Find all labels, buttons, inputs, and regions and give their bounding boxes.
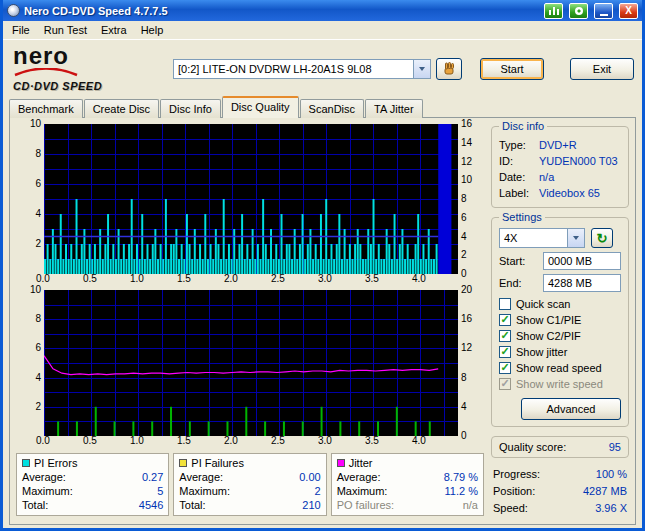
- axis-tick: 2.5: [271, 274, 285, 284]
- start-button[interactable]: Start: [480, 58, 544, 80]
- minimize-button[interactable]: [594, 3, 613, 19]
- check-icon: ✓: [500, 314, 509, 325]
- stat-label: Average:: [337, 470, 381, 484]
- axis-tick: 2.0: [224, 274, 238, 284]
- scan-end-block: [438, 124, 451, 274]
- axis-tick: 6: [35, 343, 41, 353]
- checkbox-show-read-speed[interactable]: ✓ Show read speed: [499, 360, 621, 376]
- progress-block: Progress:100 % Position:4287 MB Speed:3.…: [491, 466, 629, 517]
- axis-tick: 16: [461, 314, 472, 324]
- start-field-label: Start:: [499, 255, 525, 267]
- axis-tick: 8: [461, 373, 467, 383]
- check-icon: ✓: [500, 330, 509, 341]
- axis-tick: 8: [461, 194, 467, 204]
- tab-ta-jitter[interactable]: TA Jitter: [365, 99, 423, 118]
- checkbox-label: Show jitter: [516, 346, 567, 358]
- tab-disc-info[interactable]: Disc Info: [160, 99, 221, 118]
- checkbox-quick-scan[interactable]: Quick scan: [499, 296, 621, 312]
- axis-tick: 12: [461, 343, 472, 353]
- bottom-chart-plot: [44, 290, 458, 436]
- settings-title: Settings: [499, 211, 545, 223]
- disc-quality-panel: 108642 1614121086420 0.00.51.01.52.02.53…: [9, 117, 636, 525]
- axis-tick: 3.0: [318, 436, 332, 446]
- quality-score-panel: Quality score: 95: [491, 436, 629, 458]
- tab-benchmark[interactable]: Benchmark: [9, 99, 83, 118]
- axis-tick: 4: [35, 209, 41, 219]
- speed-select-value: 4X: [500, 229, 567, 247]
- pi-errors-panel: PI Errors Average:0.27 Maximum:5 Total:4…: [16, 453, 169, 516]
- pi-failures-swatch-icon: [179, 459, 187, 467]
- jitter-swatch-icon: [337, 459, 345, 467]
- exit-button[interactable]: Exit: [570, 58, 634, 80]
- drive-tool-button[interactable]: [436, 58, 462, 80]
- axis-tick: 2: [35, 239, 41, 249]
- bottom-chart: 108642 201612840: [16, 290, 484, 436]
- titlebar[interactable]: Nero CD-DVD Speed 4.7.7.5 X: [3, 0, 642, 21]
- stat-label: Average:: [22, 470, 66, 484]
- axis-tick: 4: [461, 232, 467, 242]
- stats-row: PI Errors Average:0.27 Maximum:5 Total:4…: [16, 453, 484, 516]
- checkbox-show-jitter[interactable]: ✓ Show jitter: [499, 344, 621, 360]
- end-field[interactable]: 4288 MB: [543, 274, 621, 292]
- axis-tick: 14: [461, 138, 472, 148]
- checkbox-icon: ✓: [499, 378, 511, 390]
- axis-tick: 2.0: [224, 436, 238, 446]
- bottom-chart-right-axis: 201612840: [458, 290, 482, 436]
- axis-tick: 0.5: [83, 274, 97, 284]
- axis-tick: 2.5: [271, 436, 285, 446]
- tab-disc-quality[interactable]: Disc Quality: [222, 96, 299, 118]
- checkbox-show-c1-pie[interactable]: ✓ Show C1/PIE: [499, 312, 621, 328]
- axis-tick: 4.0: [412, 436, 426, 446]
- product-wordmark: CD·DVD SPEED: [13, 80, 161, 92]
- menu-run-test[interactable]: Run Test: [37, 22, 94, 38]
- progress-label: Progress:: [493, 466, 540, 483]
- minimize-icon: [600, 14, 608, 16]
- tab-scandisc[interactable]: ScanDisc: [300, 99, 364, 118]
- stat-value: 4546: [139, 498, 163, 512]
- checkbox-icon: ✓: [499, 330, 511, 342]
- axis-tick: 0: [461, 269, 467, 279]
- pi-errors-swatch-icon: [22, 459, 30, 467]
- disc-info-title: Disc info: [499, 120, 547, 132]
- axis-tick: 4.0: [412, 274, 426, 284]
- jitter-panel: Jitter Average:8.79 % Maximum:11.2 % PO …: [331, 453, 484, 516]
- drive-select-arrow[interactable]: [413, 60, 430, 78]
- axis-tick: 3.0: [318, 274, 332, 284]
- speed-label: Speed:: [493, 500, 528, 517]
- speed-select[interactable]: 4X: [499, 228, 585, 248]
- disc-label-label: Label:: [499, 185, 539, 201]
- stat-label: Maximum:: [337, 484, 388, 498]
- window-title: Nero CD-DVD Speed 4.7.7.5: [24, 5, 538, 17]
- checkbox-show-c2-pif[interactable]: ✓ Show C2/PIF: [499, 328, 621, 344]
- advanced-button[interactable]: Advanced: [521, 398, 621, 420]
- menu-help[interactable]: Help: [134, 22, 171, 38]
- drive-select[interactable]: [0:2] LITE-ON DVDRW LH-20A1S 9L08: [173, 59, 431, 79]
- menu-extra[interactable]: Extra: [94, 22, 134, 38]
- app-window: Nero CD-DVD Speed 4.7.7.5 X File Run Tes…: [0, 0, 645, 531]
- disc-id-label: ID:: [499, 153, 539, 169]
- chevron-down-icon: [419, 67, 425, 71]
- close-button[interactable]: X: [619, 3, 638, 19]
- titlebar-chart-button[interactable]: [544, 3, 563, 19]
- app-disc-icon: [7, 4, 20, 17]
- check-icon: ✓: [500, 378, 509, 389]
- axis-tick: 6: [461, 213, 467, 223]
- checkbox-icon: ✓: [499, 362, 511, 374]
- menu-file[interactable]: File: [5, 22, 37, 38]
- stat-value: 0.00: [299, 470, 320, 484]
- header: nero CD·DVD SPEED [0:2] LITE-ON DVDRW LH…: [3, 40, 642, 96]
- speed-select-arrow[interactable]: [567, 229, 584, 247]
- tab-create-disc[interactable]: Create Disc: [84, 99, 159, 118]
- start-field[interactable]: 0000 MB: [543, 252, 621, 270]
- axis-tick: 0: [461, 431, 467, 441]
- check-icon: ✓: [500, 362, 509, 373]
- pi-failures-panel: PI Failures Average:0.00 Maximum:2 Total…: [173, 453, 326, 516]
- refresh-button[interactable]: ↻: [591, 228, 613, 248]
- titlebar-disc-button[interactable]: [569, 3, 588, 19]
- charts-column: 108642 1614121086420 0.00.51.01.52.02.53…: [16, 124, 484, 520]
- stat-value: n/a: [463, 498, 478, 512]
- nero-wordmark: nero: [13, 46, 161, 66]
- quality-score-value: 95: [609, 441, 621, 453]
- axis-tick: 2: [35, 402, 41, 412]
- stat-value: 11.2 %: [445, 484, 478, 498]
